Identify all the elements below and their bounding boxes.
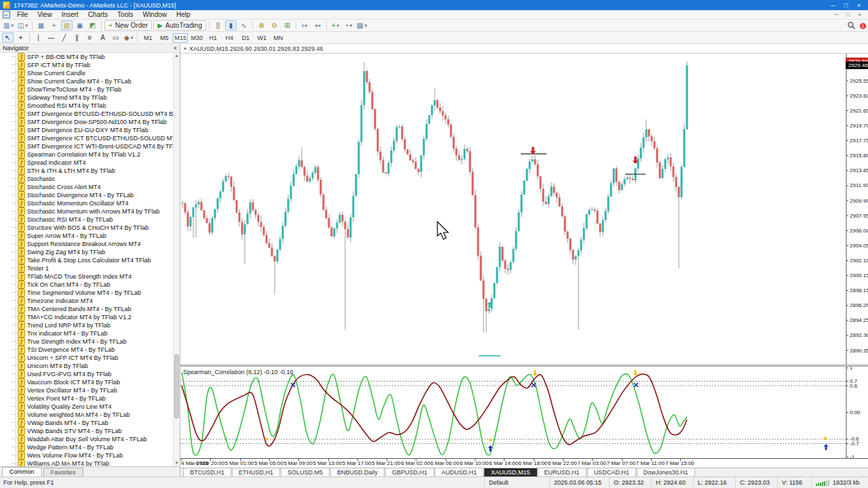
child-restore-button[interactable]: □ xyxy=(842,12,854,18)
search-icon[interactable] xyxy=(847,21,856,30)
navigator-item[interactable]: ƒTSI Divergence MT4 - By TFLab xyxy=(0,346,180,354)
navigator-item[interactable]: ƒSpearman Correlation MT4 by TFlab V1.2 xyxy=(0,150,180,159)
menu-help[interactable]: Help xyxy=(172,10,195,20)
navigator-item[interactable]: ƒTrue Strength Index MT4 - By TFLab xyxy=(0,338,180,346)
candlestick-chart-icon[interactable]: ▮ xyxy=(225,20,237,30)
menu-window[interactable]: Window xyxy=(138,10,172,20)
navigator-item[interactable]: ƒTime Segmented Volume MT4 - By TFLab xyxy=(0,289,180,297)
restore-button[interactable]: □ xyxy=(840,2,852,9)
navigator-item[interactable]: ƒSFP + BB-OB MT4 By TFlab xyxy=(0,53,180,61)
navigator-item[interactable]: ƒVWap Bands STV MT4 - By TFLab xyxy=(0,427,180,435)
navigator-item[interactable]: ƒSmoothed RSI MT4 by TFlab xyxy=(0,102,180,110)
one-click-trading-toggle[interactable]: ▼ xyxy=(183,47,187,51)
navigator-close-icon[interactable]: × xyxy=(174,45,177,52)
arrows-tool-icon[interactable]: ◆▾ xyxy=(123,33,134,43)
navigator-item[interactable]: ƒTimezone Indicator MT4 xyxy=(0,297,180,305)
navigator-item[interactable]: ƒVauccum Block ICT MT4 By TFlab xyxy=(0,378,180,386)
navigator-item[interactable]: ƒTrix indicator MT4 - By TFLab xyxy=(0,329,180,338)
navigator-item[interactable]: ƒSuper Arrow MT4 - By TFLab xyxy=(0,232,180,240)
navigator-item[interactable]: ƒShow Current Candle xyxy=(0,69,180,77)
menu-view[interactable]: View xyxy=(33,10,57,20)
chart-tab[interactable]: DowJones30,H1 xyxy=(637,468,695,477)
navigator-item[interactable]: ƒSMT Divergence BTCUSD-ETHUSD-SOLUSD MT4… xyxy=(0,110,180,118)
navigator-item[interactable]: ƒTMA+CG Indicator MT4 by TFlab V1.2 xyxy=(0,313,180,321)
scroll-down-icon[interactable]: ▼ xyxy=(174,460,180,466)
navigator-item[interactable]: ƒWaddah Attar Buy Sell Volume MT4 - TFLa… xyxy=(0,435,180,443)
timeframe-m15[interactable]: M15 xyxy=(173,33,188,43)
navigator-item[interactable]: ƒSMT Divergence Dow-SP500-Nd100 MT4 By T… xyxy=(0,118,180,126)
data-window-icon[interactable]: + xyxy=(48,20,60,30)
navigator-item[interactable]: ƒStochastic Divergence MT4 - By TFLab xyxy=(0,191,180,199)
menu-insert[interactable]: Insert xyxy=(57,10,83,20)
periods-icon[interactable]: ◔▾ xyxy=(342,20,354,30)
auto-scroll-icon[interactable]: ↦ xyxy=(299,20,311,30)
indicators-icon[interactable]: +▾ xyxy=(330,20,341,30)
navigator-item[interactable]: ƒSMT Divergence ICT WTI-Brent-USDCAD MT4… xyxy=(0,142,180,150)
navigator-item[interactable]: ƒSTH & ITH & LTH MT4 By TFlab xyxy=(0,167,180,175)
navigator-item[interactable]: ƒVolume weighted MA MT4 - By TFLab xyxy=(0,411,180,419)
indicator-svg[interactable]: 10.70.60.00-0.6-0.7-1 xyxy=(180,367,868,458)
navigator-item[interactable]: ƒTick On Chart MT4 - By TFLab xyxy=(0,281,180,289)
profiles-icon[interactable]: ◫▾ xyxy=(16,20,29,30)
equidistant-channel-icon[interactable]: ∥ xyxy=(71,33,83,43)
navigator-item[interactable]: ƒWedge Pattern MT4 - By TFLab xyxy=(0,443,180,451)
navigator-item[interactable]: ƒStochastic Momentum with Arrows MT4 by … xyxy=(0,207,180,216)
chart-tab[interactable]: SOLUSD,M5 xyxy=(281,468,330,477)
navigator-item[interactable]: ƒVolatility Quality Zero Line MT4 xyxy=(0,403,180,411)
timeframe-d1[interactable]: D1 xyxy=(238,33,253,43)
timeframe-mn[interactable]: MN xyxy=(271,33,285,43)
pointer-icon[interactable]: ↖ xyxy=(2,33,14,43)
text-tool-icon[interactable]: A xyxy=(97,33,108,43)
timeframe-w1[interactable]: W1 xyxy=(254,33,269,43)
fibonacci-icon[interactable]: ≡ xyxy=(84,33,96,43)
navigator-item[interactable]: ƒStochastic xyxy=(0,175,180,183)
scroll-up-icon[interactable]: ▲ xyxy=(174,53,180,59)
navigator-icon[interactable]: ▧ xyxy=(61,20,73,30)
navigator-item[interactable]: ƒTake Profit & Stop Loss Calculator MT4 … xyxy=(0,256,180,264)
timeframe-m5[interactable]: M5 xyxy=(157,33,172,43)
templates-icon[interactable]: ▨▾ xyxy=(355,20,368,30)
navigator-item[interactable]: ƒSwing Zig Zag MT4 by TFlab xyxy=(0,248,180,256)
crosshair-icon[interactable]: + xyxy=(15,33,26,43)
trendline-icon[interactable]: ╱ xyxy=(58,33,70,43)
child-minimize-button[interactable]: ─ xyxy=(831,12,842,18)
chart-tab[interactable]: BTCUSD,H1 xyxy=(183,468,231,477)
navigator-item[interactable]: ƒShow Current Candle MT4 - By TFLab xyxy=(0,77,180,85)
chart-tab[interactable]: XAUUSD,M15 xyxy=(484,468,537,477)
navigator-scrollbar[interactable]: ▲ ▼ xyxy=(173,53,180,466)
navigator-item[interactable]: ƒWilliams AD MA MT4 by TFlab xyxy=(0,460,180,466)
navigator-item[interactable]: ƒStochastic Cross Alert MT4 xyxy=(0,183,180,191)
chart-tab[interactable]: AUDUSD,H1 xyxy=(435,468,484,477)
navigator-item[interactable]: ƒSpread Indicator MT4 xyxy=(0,159,180,167)
navigator-item[interactable]: ƒVertex Point MT4 - By TFLab xyxy=(0,394,180,403)
chart-tab[interactable]: ETHUSD,H1 xyxy=(232,468,280,477)
timeframe-m1[interactable]: M1 xyxy=(140,33,155,43)
navigator-item[interactable]: ƒVertex Oscillator MT4 - By TFLab xyxy=(0,386,180,394)
navigator-item[interactable]: ƒSMT Divergence EU-GU-DXY MT4 By TFlab xyxy=(0,126,180,134)
market-watch-icon[interactable]: ▦ xyxy=(35,20,47,30)
navigator-item[interactable]: ƒUnicorn MT4 By TFlab xyxy=(0,362,180,370)
tile-windows-icon[interactable]: ⊞ xyxy=(281,20,293,30)
navigator-item[interactable]: ƒTMA Centered Bands MT4 - By TFLab xyxy=(0,305,180,313)
chart-tab[interactable]: USDCAD,H1 xyxy=(587,468,636,477)
close-button[interactable]: × xyxy=(852,2,865,9)
zoom-out-icon[interactable]: ⊖ xyxy=(269,20,280,30)
chart-shift-icon[interactable]: ↤ xyxy=(312,20,323,30)
menu-tools[interactable]: Tools xyxy=(113,10,138,20)
navigator-item[interactable]: ƒUnicorn + SFP ICT MT4 By TFlab xyxy=(0,354,180,362)
timeframe-h1[interactable]: H1 xyxy=(205,33,220,43)
navigator-item[interactable]: ƒUsed FVG-iFVG MT4 By TFlab xyxy=(0,370,180,378)
navigator-item[interactable]: ƒTFlab MACD True Strength Index MT4 xyxy=(0,272,180,281)
navigator-item[interactable]: ƒSFP ICT MT4 By TFlab xyxy=(0,61,180,69)
bar-chart-icon[interactable]: || xyxy=(212,20,224,30)
chart-tab[interactable]: BNBUSD,Daily xyxy=(330,468,384,477)
navigator-tab-common[interactable]: Common xyxy=(2,467,42,476)
minimize-button[interactable]: ─ xyxy=(827,2,840,9)
navigator-item[interactable]: ƒStructure With BOS & CHoCH MT4 By TFlab xyxy=(0,224,180,232)
navigator-item[interactable]: ƒSMT Divergence ICT BTCUSD-ETHUSD-SOLUSD… xyxy=(0,134,180,142)
scrollbar-thumb[interactable] xyxy=(174,354,179,418)
text-label-icon[interactable]: ▭ xyxy=(110,33,121,43)
navigator-item[interactable]: ƒStochastic RSI MT4 - By TFLab xyxy=(0,216,180,224)
menu-file[interactable]: File xyxy=(12,10,33,20)
timeframe-h4[interactable]: H4 xyxy=(222,33,237,43)
